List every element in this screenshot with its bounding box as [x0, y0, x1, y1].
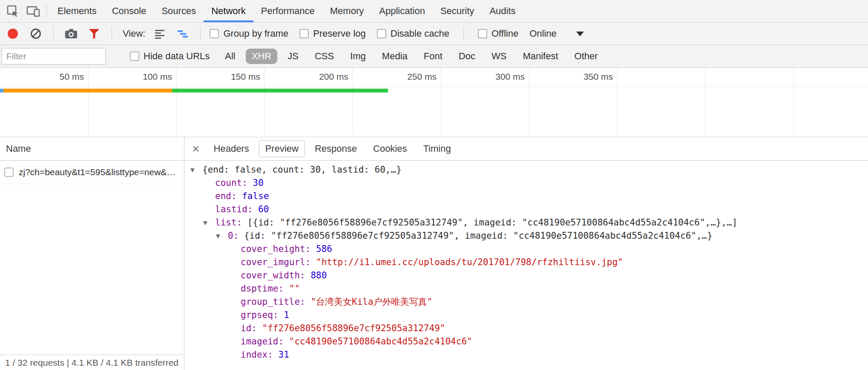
disclosure-triangle-icon[interactable]: ▼ [215, 229, 228, 243]
throttling-dropdown[interactable]: Online [529, 28, 584, 39]
tree-row: cover_width: 880 [184, 269, 868, 282]
toolbar-checkbox-group: Group by framePreserve logDisable cacheO… [210, 27, 518, 40]
json-key-segment: end: [215, 190, 242, 203]
tab-label: Elements [57, 6, 97, 17]
tree-row: group_title: "台湾美女Kila户外唯美写真" [184, 295, 868, 309]
network-main: Name zj?ch=beauty&t1=595&listtype=new&sn… [0, 137, 868, 370]
preserve-log-checkbox-input[interactable] [299, 29, 309, 38]
checkbox-preserve-log[interactable]: Preserve log [299, 28, 366, 39]
overview-bar [172, 89, 388, 92]
json-key-segment: cover_height: [241, 243, 316, 256]
indent-spacer [228, 256, 241, 269]
group-by-frame-checkbox-input[interactable] [210, 29, 219, 38]
filter-type-css[interactable]: CSS [309, 49, 340, 64]
tab-sources[interactable]: Sources [154, 0, 204, 22]
tab-label: Memory [330, 6, 364, 17]
filter-type-doc[interactable]: Doc [453, 49, 481, 64]
filter-type-img[interactable]: Img [344, 49, 372, 64]
checkbox-label: Disable cache [391, 28, 449, 39]
tab-network[interactable]: Network [204, 0, 253, 22]
record-button[interactable] [4, 24, 21, 43]
tab-label: Performance [261, 6, 315, 17]
grid-line [441, 68, 441, 137]
summary-bar: 1 / 32 requests | 4.1 KB / 4.1 KB transf… [0, 355, 184, 370]
capture-screenshots-button[interactable] [63, 24, 80, 43]
disclosure-triangle-icon[interactable]: ▼ [190, 163, 202, 176]
checkbox-group-by-frame[interactable]: Group by frame [210, 28, 288, 39]
json-string-segment: "http://i1.umei.cc/uploads/tu/201701/798… [316, 256, 623, 269]
filter-type-media[interactable]: Media [376, 49, 414, 64]
tree-row: ▼list: [{id: "ff276e8056f58896e7cf92505a… [184, 216, 868, 229]
throttling-value: Online [529, 28, 557, 39]
tree-row: id: "ff276e8056f58896e7cf92505a312749" [184, 322, 868, 335]
json-number-segment: 31 [279, 348, 289, 361]
grid-line [264, 68, 265, 137]
funnel-icon [89, 28, 100, 40]
indent-spacer [202, 176, 215, 190]
filter-type-font[interactable]: Font [418, 49, 448, 64]
tab-label: Audits [489, 6, 515, 17]
json-key-segment: group_title: [241, 295, 310, 309]
hide-data-urls-checkbox-input[interactable] [130, 52, 139, 61]
overview-bar [0, 89, 3, 92]
waterfall-view-button[interactable] [174, 24, 191, 43]
tab-elements[interactable]: Elements [50, 0, 104, 22]
tree-row: cover_height: 586 [184, 243, 868, 256]
devtools-tab-bar: ElementsConsoleSourcesNetworkPerformance… [0, 0, 868, 23]
time-label: 50 ms [20, 72, 84, 82]
view-label: View: [123, 28, 145, 39]
detail-tab-timing[interactable]: Timing [417, 140, 457, 157]
filter-type-ws[interactable]: WS [486, 49, 512, 64]
hide-data-urls-checkbox[interactable]: Hide data URLs [130, 51, 210, 62]
filter-type-other[interactable]: Other [569, 49, 604, 64]
filter-type-all[interactable]: All [219, 49, 241, 64]
time-label: 200 ms [285, 72, 348, 82]
detail-tab-headers[interactable]: Headers [207, 140, 256, 157]
camera-icon [64, 28, 78, 39]
tab-label: Sources [161, 6, 196, 17]
tab-application[interactable]: Application [371, 0, 433, 22]
filter-input[interactable] [1, 48, 106, 65]
name-column-header[interactable]: Name [0, 137, 184, 161]
grid-line [705, 68, 706, 137]
request-name: zj?ch=beauty&t1=595&listtype=new&sn=30&l… [19, 167, 180, 177]
chevron-down-icon [576, 32, 584, 36]
tab-performance[interactable]: Performance [253, 0, 322, 22]
hide-data-urls-label: Hide data URLs [144, 51, 210, 62]
indent-spacer [202, 203, 215, 216]
offline-checkbox-input[interactable] [478, 29, 487, 38]
detail-tab-cookies[interactable]: Cookies [367, 140, 413, 157]
filter-type-manifest[interactable]: Manifest [517, 49, 564, 64]
tree-row: end: false [184, 190, 868, 203]
small-rows-view-button[interactable] [151, 24, 168, 43]
json-key-segment: dsptime: [241, 282, 289, 295]
close-icon[interactable]: × [188, 142, 204, 155]
clear-button[interactable] [27, 24, 44, 43]
json-number-segment: 586 [316, 243, 332, 256]
detail-tab-preview[interactable]: Preview [259, 140, 305, 157]
disclosure-triangle-icon[interactable]: ▼ [202, 216, 215, 229]
tab-audits[interactable]: Audits [482, 0, 523, 22]
waterfall-icon [177, 28, 188, 40]
filter-type-js[interactable]: JS [282, 49, 305, 64]
json-number-segment: false [242, 190, 269, 203]
request-row[interactable]: zj?ch=beauty&t1=595&listtype=new&sn=30&l… [0, 161, 184, 184]
detail-tab-response[interactable]: Response [308, 140, 363, 157]
tab-security[interactable]: Security [433, 0, 482, 22]
filter-type-xhr[interactable]: XHR [246, 49, 277, 64]
request-row-checkbox[interactable] [4, 168, 14, 177]
json-key-segment: count: [215, 176, 253, 190]
device-toolbar-icon[interactable] [23, 0, 43, 22]
tree-row: ▼0: {id: "ff276e8056f58896e7cf92505a3127… [184, 229, 868, 243]
inspect-cursor-icon[interactable] [3, 0, 23, 22]
filter-toggle-button[interactable] [86, 24, 103, 43]
tab-console[interactable]: Console [104, 0, 154, 22]
json-number-segment: 60 [258, 203, 269, 216]
grid-line [617, 68, 618, 137]
tab-memory[interactable]: Memory [322, 0, 371, 22]
overview-pane[interactable]: 50 ms100 ms150 ms200 ms250 ms300 ms350 m… [0, 68, 868, 137]
checkbox-disable-cache[interactable]: Disable cache [377, 28, 449, 39]
json-key-segment: imageid: [241, 335, 289, 348]
disable-cache-checkbox-input[interactable] [377, 29, 386, 38]
checkbox-offline[interactable]: Offline [478, 28, 518, 39]
